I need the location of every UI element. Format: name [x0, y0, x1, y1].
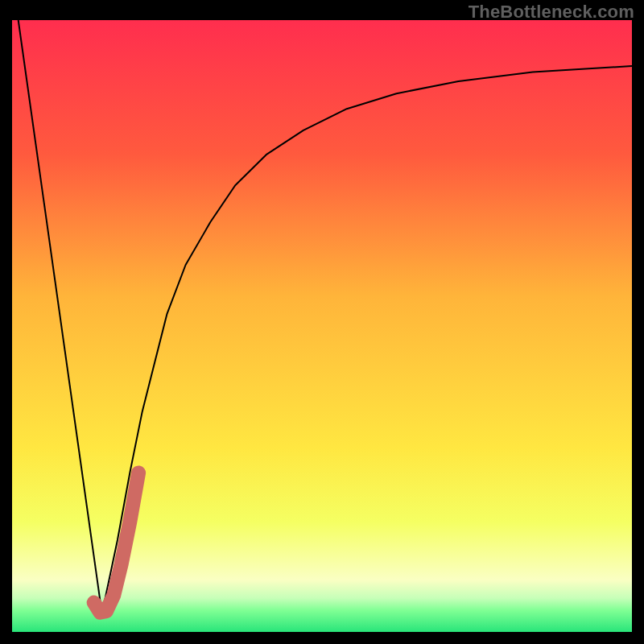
chart-frame: TheBottleneck.com: [0, 0, 644, 644]
plot-area: [12, 20, 632, 632]
chart-svg: [12, 20, 632, 632]
gradient-background: [12, 20, 632, 632]
